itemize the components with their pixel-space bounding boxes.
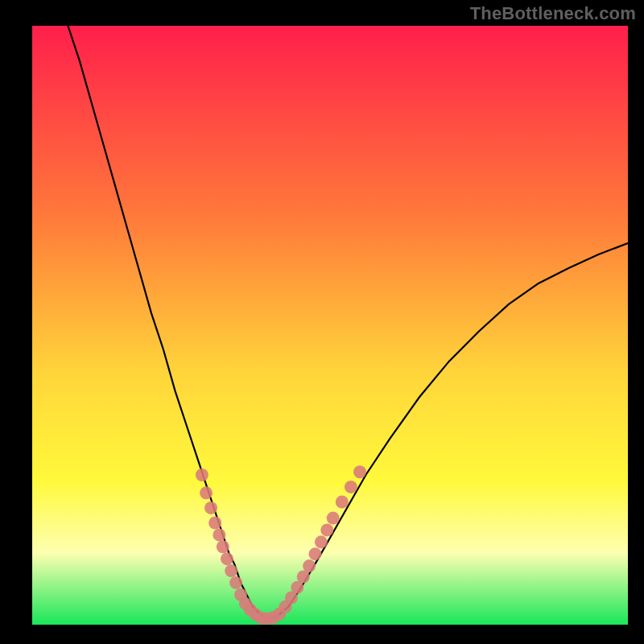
marker-dot <box>303 559 316 572</box>
marker-dot <box>353 465 366 478</box>
watermark-text: TheBottleneck.com <box>470 3 636 24</box>
marker-dot <box>225 564 237 577</box>
plot-area <box>32 26 628 625</box>
marker-dot <box>204 502 217 514</box>
marker-dot <box>213 528 225 541</box>
marker-dot <box>327 512 340 525</box>
marker-dot <box>336 495 349 508</box>
marker-dot <box>221 552 233 565</box>
marker-dot <box>196 469 208 481</box>
marker-dot <box>345 481 357 493</box>
chart-svg <box>32 26 628 625</box>
marker-dot <box>229 576 242 589</box>
marker-dot <box>315 535 328 548</box>
marker-dot <box>208 517 221 530</box>
marker-dot <box>309 547 322 560</box>
marker-dot <box>200 486 213 499</box>
chart-frame: TheBottleneck.com <box>0 0 644 644</box>
marker-dot <box>320 523 333 536</box>
marker-dot <box>217 540 229 553</box>
